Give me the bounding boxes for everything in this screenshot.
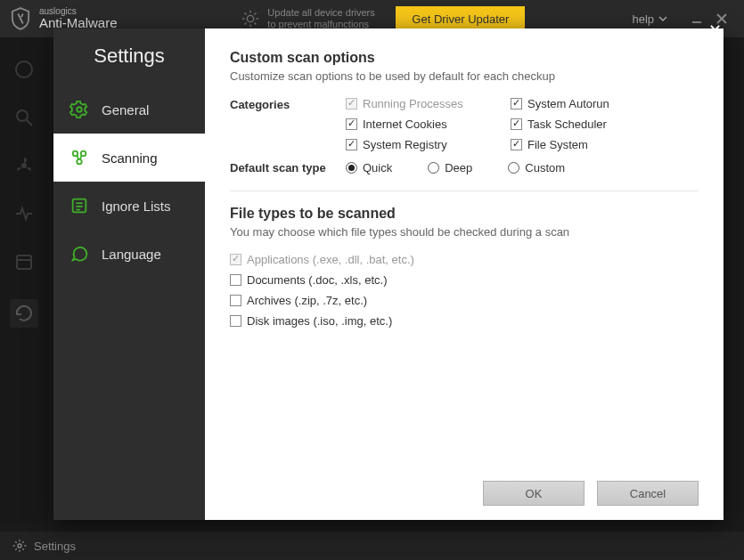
chk-label: Running Processes bbox=[363, 97, 463, 110]
custom-scan-title: Custom scan options bbox=[230, 50, 699, 66]
svg-point-19 bbox=[77, 107, 82, 112]
nav-label: Language bbox=[102, 247, 161, 262]
custom-scan-desc: Customize scan options to be used by def… bbox=[230, 69, 699, 83]
radio-label: Custom bbox=[525, 161, 565, 174]
svg-point-13 bbox=[17, 110, 28, 121]
gear-icon bbox=[12, 539, 27, 553]
rail-activity-icon[interactable] bbox=[13, 203, 35, 224]
nav-label: General bbox=[102, 102, 149, 118]
radio-quick[interactable]: Quick bbox=[346, 160, 392, 174]
statusbar: Settings bbox=[0, 532, 744, 560]
svg-line-23 bbox=[77, 155, 78, 159]
svg-line-6 bbox=[255, 23, 257, 25]
chk-internet-cookies[interactable]: Internet Cookies bbox=[346, 118, 511, 131]
categories-label: Categories bbox=[230, 97, 346, 151]
rail-status-icon[interactable] bbox=[13, 59, 35, 80]
nav-language[interactable]: Language bbox=[53, 230, 205, 278]
rail-schedule-icon[interactable] bbox=[13, 251, 35, 272]
radio-custom[interactable]: Custom bbox=[508, 160, 565, 174]
chk-label: Disk images (.iso, .img, etc.) bbox=[247, 314, 392, 328]
help-label: help bbox=[632, 12, 654, 26]
chk-label: System Autorun bbox=[527, 97, 609, 110]
chk-label: File System bbox=[527, 138, 588, 151]
chk-label: Documents (.doc, .xls, etc.) bbox=[247, 273, 388, 287]
speech-icon bbox=[69, 244, 89, 264]
list-icon bbox=[69, 196, 89, 215]
nav-general[interactable]: General bbox=[53, 85, 205, 134]
radio-label: Quick bbox=[363, 161, 392, 174]
svg-point-18 bbox=[18, 544, 21, 548]
svg-point-0 bbox=[248, 15, 254, 21]
modal-footer: OK Cancel bbox=[483, 481, 699, 506]
nav-label: Ignore Lists bbox=[102, 199, 171, 214]
rail-hazard-icon[interactable] bbox=[13, 155, 35, 176]
chk-system-registry[interactable]: System Registry bbox=[346, 138, 511, 151]
chk-task-scheduler[interactable]: Task Scheduler bbox=[511, 118, 653, 131]
chk-label: Internet Cookies bbox=[363, 118, 447, 131]
svg-line-24 bbox=[80, 155, 82, 159]
chevron-down-icon bbox=[658, 16, 667, 21]
radio-label: Deep bbox=[445, 161, 472, 174]
svg-line-14 bbox=[27, 120, 32, 126]
update-hint-text: Update all device drivers to prevent mal… bbox=[267, 7, 383, 30]
svg-line-5 bbox=[245, 13, 247, 15]
sun-icon bbox=[241, 9, 260, 28]
filetypes-desc: You may choose which file types should b… bbox=[230, 225, 699, 239]
nav-scanning[interactable]: Scanning bbox=[53, 134, 205, 182]
update-hint: Update all device drivers to prevent mal… bbox=[241, 7, 383, 30]
svg-point-22 bbox=[77, 159, 82, 165]
modal-content: Custom scan options Customize scan optio… bbox=[205, 28, 724, 520]
filetypes-title: File types to be scanned bbox=[230, 206, 699, 222]
chk-label: System Registry bbox=[363, 138, 447, 151]
settings-modal: ✕ Settings General Scanning Ignore Lists… bbox=[53, 28, 724, 520]
gear-icon bbox=[69, 100, 89, 119]
cancel-button[interactable]: Cancel bbox=[597, 481, 699, 506]
chk-filetype-archives[interactable]: Archives (.zip, .7z, etc.) bbox=[230, 294, 699, 307]
chk-label: Archives (.zip, .7z, etc.) bbox=[247, 294, 367, 307]
scan-icon bbox=[69, 148, 89, 167]
svg-line-7 bbox=[245, 23, 247, 25]
svg-point-12 bbox=[16, 61, 32, 77]
modal-title: Settings bbox=[53, 28, 205, 85]
chk-file-system[interactable]: File System bbox=[511, 138, 653, 151]
app-logo-icon bbox=[11, 7, 30, 30]
help-dropdown[interactable]: help bbox=[632, 12, 667, 26]
svg-line-8 bbox=[255, 13, 257, 15]
chk-filetype-documents[interactable]: Documents (.doc, .xls, etc.) bbox=[230, 273, 699, 287]
statusbar-label: Settings bbox=[34, 540, 76, 553]
rail-refresh-icon[interactable] bbox=[10, 299, 38, 328]
chk-running-processes: Running Processes bbox=[346, 97, 511, 110]
chk-label: Applications (.exe, .dll, .bat, etc.) bbox=[247, 253, 414, 266]
nav-ignore-lists[interactable]: Ignore Lists bbox=[53, 182, 205, 230]
rail-search-icon[interactable] bbox=[13, 107, 35, 128]
left-rail bbox=[0, 37, 48, 523]
modal-sidebar: Settings General Scanning Ignore Lists L… bbox=[53, 28, 205, 520]
radio-deep[interactable]: Deep bbox=[428, 160, 472, 174]
svg-rect-16 bbox=[17, 256, 31, 269]
chk-label: Task Scheduler bbox=[527, 118, 607, 131]
nav-label: Scanning bbox=[102, 150, 158, 166]
ok-button[interactable]: OK bbox=[483, 481, 585, 506]
chk-filetype-disk-images[interactable]: Disk images (.iso, .img, etc.) bbox=[230, 314, 699, 328]
scan-type-label: Default scan type bbox=[230, 160, 346, 174]
separator bbox=[230, 191, 699, 191]
chk-system-autorun[interactable]: System Autorun bbox=[511, 97, 653, 110]
svg-point-15 bbox=[21, 163, 27, 168]
main-window: auslogics Anti-Malware Update all device… bbox=[0, 0, 744, 560]
chk-filetype-applications: Applications (.exe, .dll, .bat, etc.) bbox=[230, 253, 699, 266]
